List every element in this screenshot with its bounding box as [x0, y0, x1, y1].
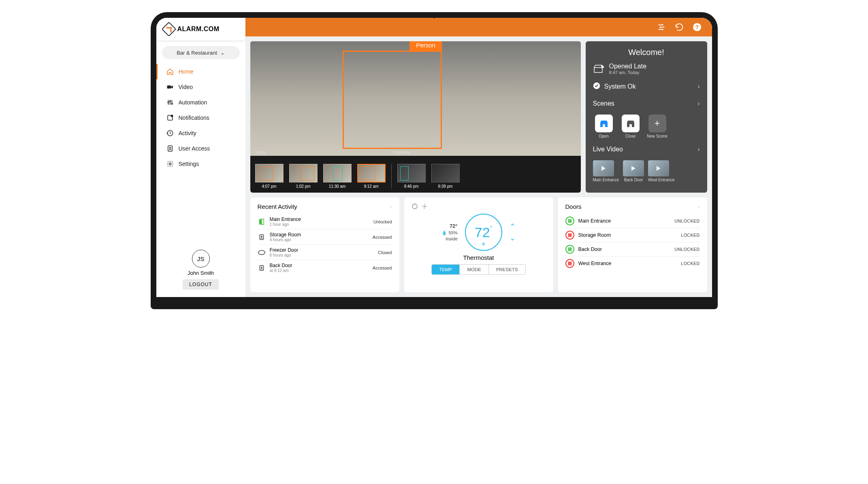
- temp-up-button[interactable]: ⌃: [510, 222, 516, 231]
- sidebar-label: Home: [179, 68, 194, 75]
- door-row[interactable]: Main Entrance UNLOCKED: [565, 214, 700, 228]
- seg-mode[interactable]: MODE: [459, 265, 488, 274]
- door-status-icon: [565, 231, 574, 240]
- logout-button[interactable]: LOGOUT: [183, 279, 219, 290]
- scenes-header[interactable]: Scenes ›: [593, 98, 700, 109]
- thumb[interactable]: 8:39 pm: [431, 164, 461, 189]
- chevron-down-icon: ⌄: [220, 50, 225, 56]
- sidebar-item-home[interactable]: Home: [156, 64, 245, 79]
- activity-row[interactable]: Main Entrance1 hour ago Unlocked: [258, 214, 392, 229]
- sidebar-label: Settings: [179, 161, 199, 167]
- opened-label: Opened Late: [609, 63, 647, 70]
- svg-rect-18: [629, 124, 632, 127]
- sidebar-item-user-access[interactable]: User Access: [156, 141, 245, 156]
- doors-card: Doors› Main Entrance UNLOCKED Storage Ro…: [558, 197, 707, 292]
- temp-down-button[interactable]: ⌄: [510, 234, 516, 242]
- chevron-right-icon: ›: [390, 203, 392, 210]
- video-card: Person Today Yesterday 4:07 pm 1:02 pm 1…: [250, 41, 581, 193]
- svg-point-3: [168, 102, 169, 103]
- scene-close[interactable]: Close: [620, 115, 642, 138]
- svg-rect-30: [568, 234, 570, 237]
- sidebar-label: Video: [179, 84, 193, 90]
- thumb[interactable]: 11:30 am: [322, 164, 352, 189]
- video-timeline: Today Yesterday 4:07 pm 1:02 pm 11:30 am…: [250, 156, 581, 193]
- svg-rect-34: [568, 262, 570, 265]
- thumb-selected[interactable]: 9:12 am: [356, 164, 386, 189]
- svg-rect-35: [570, 262, 572, 265]
- sidebar-item-video[interactable]: Video: [156, 79, 245, 95]
- live-main-entrance[interactable]: Main Entrance: [593, 160, 619, 182]
- timeline-divider: [391, 164, 392, 189]
- svg-point-26: [412, 204, 417, 209]
- home-icon: [166, 68, 174, 75]
- scene-open[interactable]: Open: [593, 115, 615, 138]
- svg-rect-32: [568, 248, 570, 251]
- thermostat-segment: TEMP MODE PRESETS: [431, 264, 525, 275]
- detection-box: Person: [343, 51, 442, 149]
- sidebar-label: Automation: [179, 99, 207, 106]
- live-west-entrance[interactable]: West Entrance: [648, 160, 674, 182]
- user-access-icon: [166, 145, 174, 152]
- recent-activity-card: Recent Activity› Main Entrance1 hour ago…: [250, 197, 399, 292]
- scenes-label: Scenes: [593, 100, 614, 107]
- doors-header[interactable]: Doors›: [565, 203, 700, 210]
- live-label: Live Video: [593, 146, 623, 153]
- activity-row[interactable]: Storage Room4 hours ago Accessed: [258, 229, 392, 244]
- sidebar-item-notifications[interactable]: Notifications: [156, 110, 245, 125]
- live-back-door[interactable]: Back Door: [623, 160, 644, 182]
- sidebar: Bar & Restaurant ⌄ Home Video Automation…: [156, 36, 245, 297]
- svg-point-23: [258, 250, 265, 255]
- activity-icon: [258, 233, 266, 241]
- svg-point-22: [261, 236, 262, 237]
- refresh-icon[interactable]: [675, 23, 684, 32]
- directions-icon[interactable]: [657, 23, 666, 32]
- activity-icon: [166, 129, 174, 137]
- thermo-readings: 72° 💧 55% Inside: [441, 223, 457, 242]
- sidebar-label: Activity: [179, 130, 196, 136]
- svg-rect-28: [568, 219, 570, 223]
- thumb[interactable]: 8:46 pm: [397, 164, 427, 189]
- activity-row[interactable]: Back Doorat 9:12 am Accessed: [258, 260, 392, 275]
- svg-rect-16: [603, 124, 605, 127]
- thermostat-card: 72° 💧 55% Inside 72° ❄ ⌃ ⌄ Thermostat: [404, 197, 553, 292]
- svg-point-11: [169, 147, 171, 149]
- fan-icon[interactable]: [421, 203, 428, 211]
- sidebar-item-settings[interactable]: Settings: [156, 156, 245, 172]
- door-row[interactable]: West Entrance LOCKED: [565, 256, 700, 270]
- activity-row[interactable]: Freezer Door6 hours ago Closed: [258, 244, 392, 260]
- store-alert-icon: [593, 63, 605, 75]
- brand-logo[interactable]: ALARM.COM: [156, 18, 245, 40]
- laptop-frame: ALARM.COM ? Bar & Restaurant ⌄ Home: [151, 12, 718, 309]
- seg-presets[interactable]: PRESETS: [488, 265, 525, 274]
- door-row[interactable]: Back Door UNLOCKED: [565, 242, 700, 256]
- video-feed[interactable]: Person: [250, 41, 581, 156]
- sidebar-item-automation[interactable]: Automation: [156, 95, 245, 110]
- seg-temp[interactable]: TEMP: [432, 265, 459, 274]
- svg-point-25: [261, 267, 262, 268]
- location-label: Bar & Restaurant: [177, 50, 217, 56]
- live-video-header[interactable]: Live Video ›: [593, 144, 700, 155]
- opened-time: 8:47 am, Today: [609, 70, 647, 75]
- svg-rect-2: [167, 85, 171, 89]
- door-status-icon: [565, 259, 574, 268]
- thermostat-name: Thermostat: [463, 254, 494, 261]
- thumb[interactable]: 4:07 pm: [254, 164, 284, 189]
- schedule-icon[interactable]: [412, 203, 418, 211]
- thumb[interactable]: 1:02 pm: [288, 164, 318, 189]
- check-circle-icon: [593, 82, 600, 91]
- opened-late: Opened Late 8:47 am, Today: [593, 63, 700, 75]
- avatar[interactable]: JS: [192, 250, 210, 267]
- system-status-row[interactable]: System Ok ›: [593, 81, 700, 93]
- door-row[interactable]: Storage Room LOCKED: [565, 228, 700, 242]
- location-selector[interactable]: Bar & Restaurant ⌄: [162, 46, 240, 59]
- door-status-icon: [565, 245, 574, 254]
- help-icon[interactable]: ?: [693, 23, 702, 32]
- sidebar-item-activity[interactable]: Activity: [156, 125, 245, 141]
- thermostat-dial[interactable]: 72° ❄: [465, 214, 502, 251]
- chevron-right-icon: ›: [697, 146, 700, 153]
- activity-icon: [258, 264, 266, 272]
- timeline-group-yesterday: Yesterday: [393, 150, 411, 155]
- activity-header[interactable]: Recent Activity›: [258, 203, 392, 210]
- scene-new[interactable]: + New Scene: [646, 115, 668, 138]
- activity-icon: [258, 218, 266, 226]
